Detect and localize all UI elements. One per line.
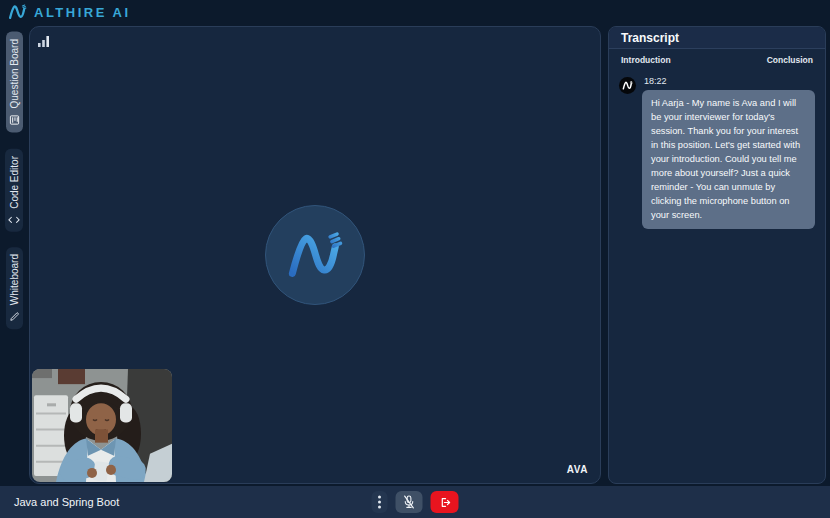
kebab-menu-icon bbox=[378, 495, 382, 509]
transcript-messages: 18:22 Hi Aarja - My name is Ava and I wi… bbox=[609, 69, 825, 235]
self-view-video bbox=[32, 369, 172, 482]
phase-conclusion-label: Conclusion bbox=[767, 55, 813, 65]
transcript-message: 18:22 Hi Aarja - My name is Ava and I wi… bbox=[619, 75, 815, 229]
mic-off-icon bbox=[403, 495, 416, 509]
leave-call-button[interactable] bbox=[431, 491, 459, 513]
sidebar-item-label: Question Board bbox=[9, 39, 20, 109]
question-board-icon bbox=[9, 115, 20, 126]
message-bubble: Hi Aarja - My name is Ava and I will be … bbox=[642, 90, 815, 229]
session-title: Java and Spring Boot bbox=[14, 496, 119, 508]
interview-app-window: ALTHIRE AI Question Board Code Editor Wh… bbox=[0, 0, 830, 518]
interview-phase-row: Introduction Conclusion bbox=[609, 49, 825, 69]
message-timestamp: 18:22 bbox=[644, 76, 815, 86]
sidebar-item-question-board[interactable]: Question Board bbox=[6, 32, 23, 133]
transcript-header: Transcript bbox=[609, 27, 825, 49]
microphone-mute-button[interactable] bbox=[396, 491, 423, 513]
brand-name: ALTHIRE AI bbox=[34, 5, 131, 20]
participant-name-label: AVA bbox=[567, 464, 588, 475]
sidebar-item-label: Whiteboard bbox=[9, 254, 20, 305]
sidebar-item-code-editor[interactable]: Code Editor bbox=[5, 149, 23, 232]
sidebar-item-label: Code Editor bbox=[9, 156, 20, 209]
althire-monogram-icon bbox=[622, 81, 633, 90]
brand-logo-icon bbox=[8, 4, 27, 20]
app-header: ALTHIRE AI bbox=[0, 0, 830, 24]
althire-monogram-icon bbox=[286, 231, 344, 280]
transcript-panel: Transcript Introduction Conclusion 18:22… bbox=[608, 26, 826, 484]
webcam-scene bbox=[32, 369, 172, 482]
signal-bars-icon bbox=[38, 33, 50, 51]
call-controls bbox=[372, 491, 459, 513]
video-stage-panel: AVA bbox=[29, 26, 601, 484]
whiteboard-icon bbox=[9, 311, 20, 322]
phase-introduction-label: Introduction bbox=[621, 55, 671, 65]
sidebar-item-whiteboard[interactable]: Whiteboard bbox=[6, 247, 23, 329]
transcript-title: Transcript bbox=[621, 31, 679, 45]
ai-interviewer-avatar bbox=[265, 205, 365, 305]
ai-avatar bbox=[619, 77, 636, 94]
code-editor-icon bbox=[8, 214, 20, 224]
left-sidebar: Question Board Code Editor Whiteboard bbox=[0, 24, 28, 485]
leave-call-icon bbox=[438, 496, 451, 509]
bottom-control-bar: Java and Spring Boot bbox=[0, 486, 830, 518]
more-options-button[interactable] bbox=[372, 491, 388, 513]
